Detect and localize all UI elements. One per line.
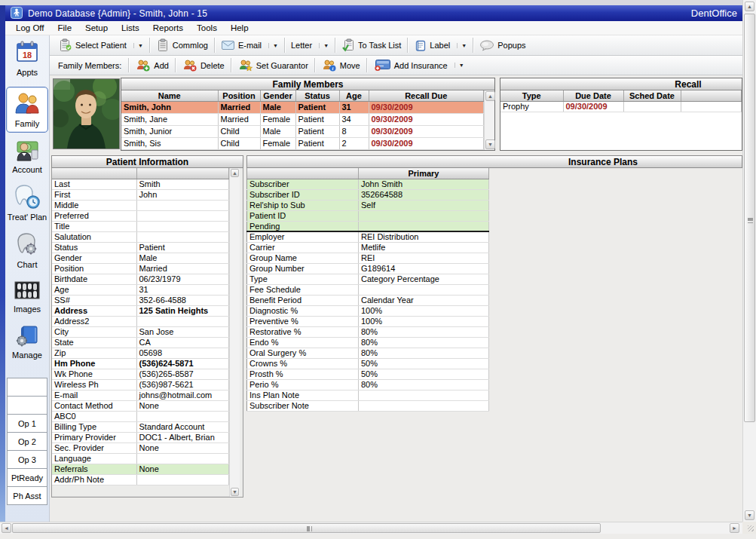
op-button-blank-1[interactable] [7, 378, 47, 397]
menu-log-off[interactable]: Log Off [9, 22, 51, 34]
patient-info-row[interactable]: Language [52, 453, 229, 464]
chevron-down-icon[interactable]: ▼ [457, 43, 467, 48]
column-header-type[interactable]: Type [500, 90, 563, 101]
column-header-age[interactable]: Age [339, 90, 369, 101]
commlog-button[interactable]: Commlog [151, 37, 213, 54]
patient-info-row[interactable]: FirstJohn [52, 189, 229, 200]
patient-info-row[interactable]: Wireless Ph(536)987-5621 [52, 379, 229, 390]
patient-info-row[interactable]: Contact MethodNone [52, 400, 229, 411]
scroll-left-icon[interactable]: ◄ [2, 523, 11, 533]
patient-info-row[interactable]: Addr/Ph Note [52, 474, 229, 485]
letter-button[interactable]: Letter ▼ [286, 37, 334, 54]
family-member-row[interactable]: Smith, SisChildFemalePatient209/30/2009 [121, 137, 484, 149]
patient-info-row[interactable]: Zip05698 [52, 348, 229, 358]
scroll-up-icon[interactable]: ▲ [485, 91, 495, 101]
label-button[interactable]: Label ▼ [409, 37, 472, 54]
op-button-op2[interactable]: Op 2 [7, 432, 47, 451]
sidebar-item-family[interactable]: Family [6, 87, 48, 133]
menu-tools[interactable]: Tools [190, 22, 224, 34]
sidebar-item-account[interactable]: Account [6, 138, 48, 174]
column-header-name[interactable]: Name [121, 90, 218, 101]
scroll-up-icon[interactable]: ▲ [745, 2, 754, 11]
column-header-blank[interactable] [681, 90, 742, 101]
column-header-status[interactable]: Status [295, 90, 339, 101]
menu-help[interactable]: Help [224, 22, 256, 34]
recall-row[interactable]: Prophy09/30/2009 [500, 101, 742, 112]
menu-file[interactable]: File [51, 22, 79, 34]
patient-info-row[interactable]: PositionMarried [52, 263, 229, 274]
column-header-gender[interactable]: Gender [260, 90, 295, 101]
insurance-row[interactable]: SubscriberJohn Smith [247, 179, 489, 189]
patient-info-row[interactable]: GenderMale [52, 253, 229, 263]
chevron-down-icon[interactable]: ▼ [268, 43, 278, 48]
delete-family-member-button[interactable]: Delete [176, 57, 230, 74]
insurance-row[interactable]: Endo %80% [247, 337, 489, 348]
patient-info-row[interactable]: Preferred [52, 210, 229, 221]
patient-info-row[interactable]: Hm Phone(536)624-5871 [52, 358, 229, 369]
insurance-row[interactable]: Benefit PeriodCalendar Year [247, 295, 489, 305]
family-member-row[interactable]: Smith, JaneMarriedFemalePatient3409/30/2… [121, 113, 484, 125]
patient-info-row[interactable]: Billing TypeStandard Account [52, 421, 229, 432]
insurance-row[interactable]: TypeCategory Percentage [247, 274, 489, 284]
menu-reports[interactable]: Reports [146, 22, 190, 34]
sidebar-item-images[interactable]: Images [6, 279, 48, 314]
patient-info-row[interactable]: Birthdate06/23/1979 [52, 274, 229, 284]
op-button-blank-2[interactable] [7, 396, 47, 415]
family-member-row[interactable]: Smith, JuniorChildMalePatient809/30/2009 [121, 125, 484, 137]
insurance-row[interactable]: Oral Surgery %80% [247, 348, 489, 358]
patient-info-row[interactable]: E-mailjohns@hotmail.com [52, 390, 229, 400]
patient-info-row[interactable]: CitySan Jose [52, 326, 229, 337]
email-button[interactable]: E-mail ▼ [216, 37, 283, 54]
to-task-list-button[interactable]: To Task List [336, 37, 406, 54]
title-bar[interactable]: Demo Database {Admin} - Smith, John - 15… [5, 5, 742, 21]
patient-info-row[interactable]: Title [52, 221, 229, 231]
set-guarantor-button[interactable]: Set Guarantor [232, 57, 314, 74]
op-button-op1[interactable]: Op 1 [7, 414, 47, 433]
column-header-due-date[interactable]: Due Date [563, 90, 623, 101]
patient-info-row[interactable]: Address125 Satin Heights [52, 305, 229, 316]
insurance-row[interactable]: Group NumberG189614 [247, 263, 489, 274]
insurance-row[interactable]: Prosth %50% [247, 369, 489, 379]
add-insurance-button[interactable]: Add Insurance ▼ [368, 57, 470, 74]
insurance-row[interactable]: Restorative %80% [247, 326, 489, 337]
patient-info-row[interactable]: Primary ProviderDOC1 - Albert, Brian [52, 432, 229, 443]
chevron-down-icon[interactable]: ▼ [455, 63, 464, 68]
patient-info-row[interactable]: Address2 [52, 316, 229, 326]
insurance-row[interactable]: Pending [247, 221, 489, 231]
insurance-row[interactable]: Perio %80% [247, 379, 489, 390]
column-header-position[interactable]: Position [218, 90, 260, 101]
chevron-down-icon[interactable]: ▼ [133, 43, 143, 48]
scroll-down-icon[interactable]: ▼ [485, 139, 495, 149]
family-member-row[interactable]: Smith, JohnMarriedMalePatient3109/30/200… [121, 101, 484, 113]
column-header-primary[interactable]: Primary [359, 168, 489, 179]
sidebar-item-appts[interactable]: 18 Appts [6, 39, 48, 77]
patient-info-row[interactable]: Middle [52, 200, 229, 210]
scroll-up-icon[interactable]: ▲ [231, 169, 239, 177]
insurance-row[interactable]: EmployerREI Distribution [247, 231, 489, 242]
column-header-sched-date[interactable]: Sched Date [623, 90, 681, 101]
insurance-row[interactable]: CarrierMetlife [247, 242, 489, 253]
horizontal-scroll-thumb[interactable] [12, 523, 601, 533]
insurance-row[interactable]: Diagnostic %100% [247, 305, 489, 316]
window-vertical-scrollbar[interactable]: ▲ ▼ [742, 0, 756, 522]
insurance-row[interactable]: Group NameREI [247, 253, 489, 263]
op-button-ptready[interactable]: PtReady [7, 468, 47, 487]
menu-lists[interactable]: Lists [115, 22, 146, 34]
patient-info-row[interactable]: StateCA [52, 337, 229, 348]
scroll-down-icon[interactable]: ▼ [231, 488, 239, 496]
insurance-row[interactable]: Fee Schedule [247, 284, 489, 295]
op-button-op3[interactable]: Op 3 [7, 450, 47, 469]
patient-info-row[interactable]: Wk Phone(536)265-8587 [52, 369, 229, 379]
patient-info-row[interactable]: Salutation [52, 231, 229, 242]
patient-info-row[interactable]: ABC0 [52, 411, 229, 421]
select-patient-button[interactable]: Select Patient ▼ [54, 37, 148, 54]
popups-button[interactable]: Popups [474, 37, 531, 54]
add-family-member-button[interactable]: Add [130, 57, 174, 74]
column-header-recall-due[interactable]: Recall Due [369, 90, 484, 101]
patient-info-row[interactable]: StatusPatient [52, 242, 229, 253]
insurance-row[interactable]: Rel'ship to SubSelf [247, 200, 489, 210]
resize-grip[interactable] [742, 522, 756, 534]
insurance-row[interactable]: Crowns %50% [247, 358, 489, 369]
vertical-scroll-thumb[interactable] [744, 14, 755, 422]
family-grid-scrollbar[interactable]: ▲ ▼ [484, 90, 494, 150]
